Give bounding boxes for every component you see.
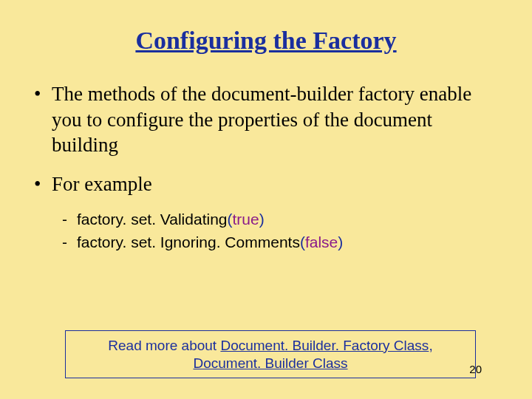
code-paren-close: ) xyxy=(338,233,343,250)
footer-lead: Read more about xyxy=(108,338,220,353)
code-literal-true: true xyxy=(233,211,259,228)
page-number: 20 xyxy=(469,363,482,375)
code-line: factory. set. Validating(true) xyxy=(30,210,502,230)
slide-title: Configuring the Factory xyxy=(30,27,502,55)
code-line: factory. set. Ignoring. Comments(false) xyxy=(30,233,502,253)
code-literal-false: false xyxy=(305,233,338,250)
code-text: factory. set. Ignoring. Comments xyxy=(77,233,300,250)
code-paren-open: ( xyxy=(228,211,233,228)
code-text: factory. set. Validating xyxy=(77,211,228,228)
footer-link[interactable]: Document. Builder Class xyxy=(193,355,347,371)
footer-sep: , xyxy=(429,338,432,353)
bullet-item: The methods of the document-builder fact… xyxy=(30,81,502,158)
bullet-item: For example xyxy=(30,171,502,197)
code-paren-open: ( xyxy=(300,233,305,250)
code-paren-close: ) xyxy=(259,211,265,228)
bullet-list: The methods of the document-builder fact… xyxy=(30,81,502,253)
footer-note: Read more about Document. Builder. Facto… xyxy=(65,330,476,378)
footer-link[interactable]: Document. Builder. Factory Class xyxy=(220,338,429,353)
slide: Configuring the Factory The methods of t… xyxy=(0,0,532,399)
